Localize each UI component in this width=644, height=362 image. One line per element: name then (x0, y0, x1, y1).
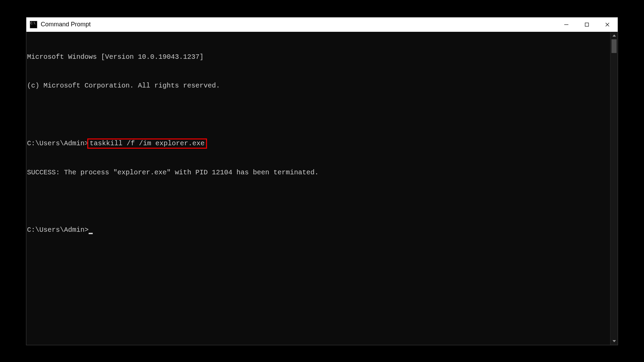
close-button[interactable] (597, 17, 618, 32)
scroll-track[interactable] (610, 39, 618, 337)
prompt-path: C:\Users\Admin> (27, 139, 89, 147)
svg-rect-1 (585, 23, 589, 26)
blank-line (26, 110, 610, 119)
banner-line-1: Microsoft Windows [Version 10.0.19043.12… (26, 52, 610, 62)
scroll-thumb[interactable] (611, 39, 617, 53)
command-line-1: C:\Users\Admin>taskkill /f /im explorer.… (26, 138, 610, 149)
titlebar[interactable]: Command Prompt (26, 17, 618, 32)
minimize-button[interactable] (556, 17, 577, 32)
banner-line-2: (c) Microsoft Corporation. All rights re… (26, 81, 610, 91)
window-controls (556, 17, 618, 32)
terminal-content[interactable]: Microsoft Windows [Version 10.0.19043.12… (26, 32, 610, 345)
chevron-up-icon (613, 35, 616, 37)
minimize-icon (564, 22, 569, 27)
command-prompt-window: Command Prompt Microsoft Windows [Versio… (26, 17, 618, 345)
prompt-path: C:\Users\Admin> (27, 226, 89, 234)
cmd-icon (30, 21, 37, 28)
terminal-body[interactable]: Microsoft Windows [Version 10.0.19043.12… (26, 32, 618, 345)
scroll-down-arrow[interactable] (610, 337, 618, 345)
scroll-up-arrow[interactable] (610, 32, 618, 39)
close-icon (605, 22, 610, 27)
blank-line (26, 197, 610, 206)
maximize-icon (584, 22, 589, 27)
result-line: SUCCESS: The process "explorer.exe" with… (26, 168, 610, 177)
cursor (89, 233, 93, 234)
maximize-button[interactable] (577, 17, 597, 32)
window-title: Command Prompt (41, 21, 91, 28)
current-prompt-line[interactable]: C:\Users\Admin> (26, 225, 610, 235)
chevron-down-icon (613, 340, 616, 342)
vertical-scrollbar[interactable] (610, 32, 618, 345)
highlighted-command: taskkill /f /im explorer.exe (87, 138, 207, 149)
